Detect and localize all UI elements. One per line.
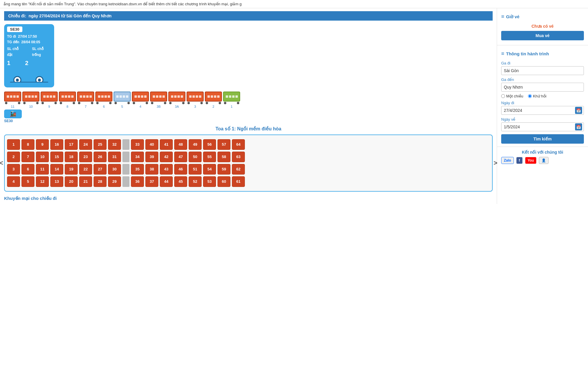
wagon-item-11[interactable]: 11	[4, 92, 21, 108]
seat-55[interactable]: 55	[203, 152, 216, 162]
seat-48[interactable]: 48	[174, 139, 187, 150]
seat-52[interactable]: 52	[189, 176, 202, 187]
wagon-item-2[interactable]: 2	[205, 92, 222, 108]
seat-12[interactable]: 12	[36, 176, 49, 187]
seat-59[interactable]: 59	[217, 164, 230, 175]
seat-22[interactable]: 22	[79, 164, 92, 175]
search-button[interactable]: Tìm kiếm	[501, 134, 584, 144]
wagon-item-3B[interactable]: 3B	[150, 92, 167, 108]
seat-50[interactable]: 50	[189, 152, 202, 162]
seat-7[interactable]: 7	[21, 152, 34, 162]
seat-11[interactable]: 11	[36, 164, 49, 175]
seat-35[interactable]: 35	[131, 164, 144, 175]
seat-8[interactable]: 8	[21, 139, 34, 150]
seat-19[interactable]: 19	[65, 164, 78, 175]
seat-23[interactable]: 23	[79, 152, 92, 162]
seat-30[interactable]: 30	[108, 164, 121, 175]
seat-16[interactable]: 16	[50, 139, 63, 150]
seat-37[interactable]: 37	[145, 176, 158, 187]
seat-57[interactable]: 57	[217, 139, 230, 150]
seat-25[interactable]: 25	[94, 139, 107, 150]
wagon-item-6[interactable]: 6	[95, 92, 112, 108]
small-train-row: 🚂 SE30	[4, 110, 493, 123]
zalo-button[interactable]: Zalo	[501, 157, 514, 164]
seat-43[interactable]: 43	[160, 164, 173, 175]
wagon-item-5[interactable]: 5	[114, 92, 131, 108]
seat-nav-prev-button[interactable]: <	[0, 158, 4, 168]
seat-41[interactable]: 41	[160, 139, 173, 150]
seat-60[interactable]: 60	[217, 176, 230, 187]
seat-14[interactable]: 14	[50, 164, 63, 175]
ga-di-input[interactable]	[501, 66, 584, 75]
wagon-item-4[interactable]: 4	[132, 92, 149, 108]
seat-36[interactable]: 36	[131, 176, 144, 187]
seat-38[interactable]: 38	[145, 164, 158, 175]
seat-44[interactable]: 44	[160, 176, 173, 187]
seat-61[interactable]: 61	[232, 176, 245, 187]
seat-3[interactable]: 3	[7, 164, 20, 175]
seat-9[interactable]: 9	[36, 139, 49, 150]
user-account-button[interactable]: 👤	[539, 157, 549, 164]
seat-20[interactable]: 20	[65, 176, 78, 187]
wagon-item-10[interactable]: 10	[22, 92, 39, 108]
round-trip-option[interactable]: Khứ hồi	[528, 94, 547, 98]
seat-31[interactable]: 31	[108, 152, 121, 162]
seat-63[interactable]: 63	[232, 152, 245, 162]
facebook-button[interactable]: f	[516, 157, 523, 164]
seat-1[interactable]: 1	[7, 139, 20, 150]
seat-32[interactable]: 32	[108, 139, 121, 150]
seat-18[interactable]: 18	[65, 152, 78, 162]
seat-26[interactable]: 26	[94, 152, 107, 162]
buy-ticket-button[interactable]: Mua vé	[501, 31, 584, 40]
seat-54[interactable]: 54	[203, 164, 216, 175]
ngay-ve-input[interactable]	[501, 122, 584, 131]
seat-47[interactable]: 47	[174, 152, 187, 162]
seat-49[interactable]: 49	[189, 139, 202, 150]
seat-nav-next-button[interactable]: >	[492, 158, 499, 168]
seat-33[interactable]: 33	[131, 139, 144, 150]
seat-42[interactable]: 42	[160, 152, 173, 162]
one-way-option[interactable]: Một chiều	[501, 94, 523, 98]
wagon-item-8[interactable]: 8	[59, 92, 76, 108]
seat-58[interactable]: 58	[217, 152, 230, 162]
seat-64[interactable]: 64	[232, 139, 245, 150]
seat-17[interactable]: 17	[65, 139, 78, 150]
seat-51[interactable]: 51	[189, 164, 202, 175]
seat-21[interactable]: 21	[79, 176, 92, 187]
ngay-ve-calendar-icon[interactable]: 📅	[575, 123, 582, 130]
seat-27[interactable]: 27	[94, 164, 107, 175]
seat-4[interactable]: 4	[7, 176, 20, 187]
wagon-item-3A[interactable]: 3A	[168, 92, 185, 108]
small-train-icon[interactable]: 🚂	[4, 110, 22, 118]
seat-5[interactable]: 5	[21, 176, 34, 187]
seat-6[interactable]: 6	[21, 164, 34, 175]
seat-29[interactable]: 29	[108, 176, 121, 187]
wagon-item-3[interactable]: 3	[187, 92, 204, 108]
wagon-item-7[interactable]: 7	[77, 92, 94, 108]
seat-13[interactable]: 13	[50, 176, 63, 187]
wagon-item-9[interactable]: 9	[41, 92, 58, 108]
seat-10[interactable]: 10	[36, 152, 49, 162]
seat-40[interactable]: 40	[145, 139, 158, 150]
ngay-di-calendar-icon[interactable]: 📅	[575, 107, 582, 114]
seat-56[interactable]: 56	[203, 139, 216, 150]
wagon-label-10: 10	[29, 105, 33, 108]
seat-28[interactable]: 28	[94, 176, 107, 187]
seat-39[interactable]: 39	[145, 152, 158, 162]
round-trip-radio[interactable]	[528, 94, 532, 98]
youtube-button[interactable]: You	[525, 157, 537, 164]
seat-45[interactable]: 45	[174, 176, 187, 187]
wagon-item-1[interactable]: 1	[223, 92, 240, 108]
seat-2[interactable]: 2	[7, 152, 20, 162]
one-way-radio[interactable]	[501, 94, 505, 98]
svg-point-1	[16, 79, 19, 82]
ga-den-input[interactable]	[501, 83, 584, 92]
ngay-di-input[interactable]	[501, 106, 584, 115]
seat-34[interactable]: 34	[131, 152, 144, 162]
seat-24[interactable]: 24	[79, 139, 92, 150]
seat-62[interactable]: 62	[232, 164, 245, 175]
train-card: SE30 TG đi 27/04 17:50 TG đến 28/04 08:0…	[4, 24, 493, 87]
seat-53[interactable]: 53	[203, 176, 216, 187]
seat-46[interactable]: 46	[174, 164, 187, 175]
seat-15[interactable]: 15	[50, 152, 63, 162]
